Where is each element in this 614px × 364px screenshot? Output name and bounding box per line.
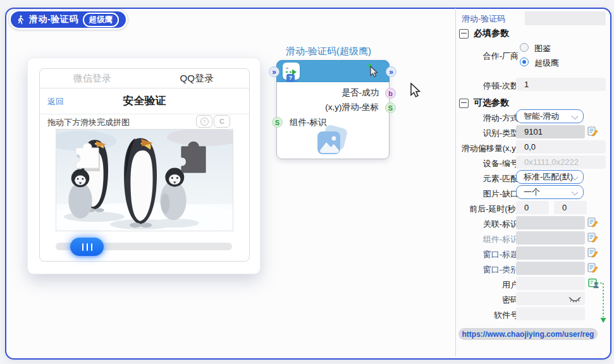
puzzle-piece-gap bbox=[181, 142, 206, 173]
question-badge-icon: ? bbox=[286, 74, 295, 82]
software-id-input[interactable] bbox=[516, 307, 585, 320]
radio-tujian-label[interactable]: 图鉴 bbox=[534, 43, 551, 54]
edit-icon[interactable] bbox=[587, 217, 598, 227]
slide-mode-select[interactable]: 智能-滑动 bbox=[516, 109, 584, 123]
radio-chaojiying[interactable] bbox=[520, 58, 529, 66]
help-icon: ? bbox=[200, 118, 209, 126]
related-id-input[interactable] bbox=[516, 216, 585, 229]
recognize-type-input[interactable] bbox=[516, 125, 585, 138]
section-required-title: 必填参数 bbox=[474, 28, 509, 39]
badge-tag: 超级鹰 bbox=[83, 13, 120, 27]
register-connector-arrow bbox=[593, 278, 610, 331]
recognize-type-label: 识别-类型 bbox=[483, 128, 519, 139]
slide-mode-label: 滑动-方式 bbox=[483, 112, 519, 124]
captcha-dialog-card: 微信登录 QQ登录 返回 安全验证 拖动下方滑块完成拼图 ? C bbox=[27, 58, 261, 274]
instruction-row: 拖动下方滑块完成拼图 ? C bbox=[40, 114, 249, 129]
radio-chaojiying-label[interactable]: 超级鹰 bbox=[534, 58, 559, 69]
eye-closed-icon[interactable] bbox=[568, 295, 581, 305]
delay-after-input[interactable] bbox=[554, 201, 587, 214]
node-header[interactable]: ? bbox=[276, 60, 390, 82]
chevron-down-icon bbox=[572, 113, 579, 120]
image-icon bbox=[315, 125, 350, 159]
pause-input[interactable] bbox=[516, 78, 606, 91]
output-label-coords: (x,y)滑动-坐标 bbox=[325, 102, 379, 113]
header-cursor-icon bbox=[366, 63, 380, 81]
chevron-down-icon bbox=[572, 189, 579, 196]
panel-tab-strip bbox=[525, 11, 606, 25]
window-class-label: 窗口-类别 bbox=[483, 264, 519, 276]
login-tabs: 微信登录 QQ登录 bbox=[40, 69, 249, 88]
edit-icon[interactable] bbox=[587, 126, 598, 136]
image-gap-value: 一个 bbox=[524, 186, 540, 198]
edit-icon[interactable] bbox=[587, 232, 598, 242]
window-title-label: 窗口-标题 bbox=[483, 249, 519, 260]
component-id-input[interactable] bbox=[516, 231, 585, 245]
tab-qq-login[interactable]: QQ登录 bbox=[145, 69, 250, 88]
slider-handle[interactable] bbox=[70, 238, 104, 256]
dialog-title: 安全验证 bbox=[40, 94, 249, 108]
element-match-select[interactable]: 标准-匹配(默) bbox=[516, 170, 584, 184]
penguin-chick-left bbox=[68, 169, 92, 219]
pause-label: 停顿-次数 bbox=[483, 80, 519, 92]
component-id-label: 组件-标识 bbox=[483, 234, 519, 245]
delay-label: 前后-延时(秒) bbox=[469, 203, 519, 215]
software-id-label: 软件号 bbox=[494, 310, 519, 321]
section-required: 必填参数 bbox=[459, 28, 509, 39]
device-id-input[interactable] bbox=[516, 155, 606, 169]
input-port-component[interactable]: S bbox=[272, 117, 283, 128]
element-match-label: 元素-匹配 bbox=[483, 173, 519, 185]
node-title: 滑动-验证码(超级鹰) bbox=[286, 46, 371, 58]
section-optional-title: 可选参数 bbox=[474, 97, 509, 109]
section-optional: 可选参数 bbox=[459, 97, 509, 109]
radio-tujian[interactable] bbox=[520, 43, 529, 52]
collapse-minus-icon-2[interactable] bbox=[459, 99, 469, 108]
window-title-input[interactable] bbox=[516, 246, 585, 260]
vendor-label: 合作-厂商 bbox=[483, 51, 519, 62]
badge-label: 滑动-验证码 bbox=[29, 14, 78, 25]
tab-wechat-login[interactable]: 微信登录 bbox=[40, 69, 145, 88]
captcha-puzzle-image bbox=[56, 129, 233, 231]
output-port-success[interactable]: b bbox=[385, 88, 396, 99]
refresh-button[interactable]: C bbox=[214, 115, 230, 128]
node-action-icon: ? bbox=[283, 63, 300, 80]
delay-before-input[interactable] bbox=[516, 201, 549, 214]
image-gap-label: 图片-缺口 bbox=[483, 188, 519, 200]
app-root: 滑动-验证码 超级鹰 微信登录 QQ登录 返回 安全验证 拖动下方滑块完成拼图 … bbox=[0, 0, 614, 364]
help-button[interactable]: ? bbox=[196, 115, 212, 128]
window-class-input[interactable] bbox=[516, 262, 585, 275]
user-input[interactable] bbox=[516, 277, 585, 290]
walking-person-icon bbox=[16, 15, 25, 25]
refresh-icon: C bbox=[219, 118, 224, 125]
slide-offset-input[interactable] bbox=[516, 140, 606, 154]
mouse-cursor-icon bbox=[410, 83, 422, 100]
output-label-success: 是否-成功 bbox=[342, 87, 379, 99]
output-flow-port[interactable]: » bbox=[386, 66, 396, 77]
element-match-value: 标准-匹配(默) bbox=[524, 171, 573, 183]
collapse-minus-icon[interactable] bbox=[459, 29, 469, 39]
slide-offset-label: 滑动偏移量(x,y) bbox=[462, 143, 519, 154]
instruction-text: 拖动下方滑块完成拼图 bbox=[47, 117, 130, 128]
panel-tab[interactable]: 滑动-验证码 bbox=[462, 13, 505, 25]
node-badge[interactable]: 滑动-验证码 超级鹰 bbox=[9, 9, 128, 30]
flow-node[interactable]: ? » » 是否-成功 b (x,y)滑动-坐标 S 组件-标识 S bbox=[276, 60, 390, 159]
slide-mode-value: 智能-滑动 bbox=[524, 111, 559, 122]
related-id-label: 关联-标识 bbox=[483, 219, 519, 230]
dialog-title-row: 返回 安全验证 bbox=[40, 88, 249, 114]
panel-divider bbox=[455, 8, 456, 356]
edit-icon[interactable] bbox=[587, 247, 598, 257]
edit-icon[interactable] bbox=[587, 262, 598, 272]
captcha-dialog: 微信登录 QQ登录 返回 安全验证 拖动下方滑块完成拼图 ? C bbox=[39, 68, 250, 262]
register-url-link[interactable]: https://www.chaojiying.com/user/reg bbox=[458, 328, 598, 340]
device-id-label: 设备-编号 bbox=[483, 158, 519, 169]
output-port-coords[interactable]: S bbox=[385, 102, 396, 113]
input-flow-port[interactable]: » bbox=[269, 66, 279, 77]
image-gap-select[interactable]: 一个 bbox=[516, 185, 584, 199]
